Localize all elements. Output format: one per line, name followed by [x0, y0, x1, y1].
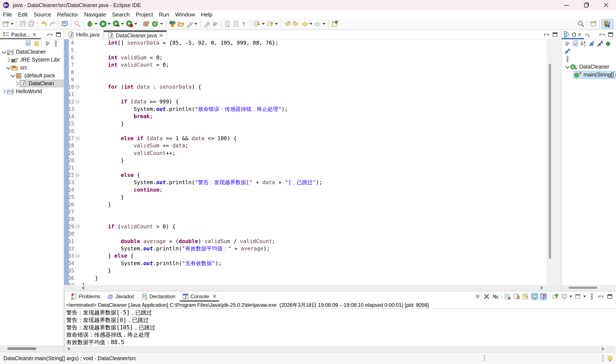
java-perspective-icon[interactable]: J [603, 20, 611, 28]
prev-annotation-icon[interactable] [266, 20, 274, 28]
menu-project[interactable]: Project [133, 11, 156, 18]
forward-icon[interactable] [314, 20, 322, 28]
tree-item-datacleaner[interactable]: J!DataCleaner [0, 48, 64, 56]
tab-declaration[interactable]: {=Declaration [138, 291, 179, 302]
outline-item-datacleaner[interactable]: CDataCleaner [562, 63, 616, 71]
remove-launch-icon[interactable] [483, 293, 490, 300]
dropdown-arrow-icon[interactable] [309, 23, 312, 25]
menu-search[interactable]: Search [109, 11, 133, 18]
search-disabled-icon[interactable] [74, 20, 81, 28]
menu-edit[interactable]: Edit [15, 11, 31, 18]
fold-collapse-icon[interactable] [76, 173, 80, 177]
dropdown-arrow-icon[interactable] [11, 23, 14, 25]
minimize-icon[interactable] [597, 293, 604, 300]
editor-hscrollbar[interactable] [64, 285, 560, 291]
focus-icon[interactable] [564, 40, 571, 47]
view-menu-icon[interactable] [588, 293, 595, 300]
hide-nonpublic-icon[interactable] [604, 40, 612, 47]
search-icon[interactable] [577, 20, 585, 28]
tree-item-helloworld[interactable]: JHelloWorld [0, 87, 64, 95]
fold-collapse-icon[interactable] [76, 100, 80, 104]
pin-console-icon[interactable] [552, 293, 559, 300]
menu-help[interactable]: Help [198, 11, 215, 18]
dropdown-arrow-icon[interactable] [108, 23, 111, 25]
minimize-view-icon[interactable] [600, 34, 604, 36]
back-icon[interactable] [301, 20, 308, 28]
menu-run[interactable]: Run [156, 11, 172, 18]
fold-collapse-icon[interactable] [76, 254, 80, 258]
terminate-icon[interactable] [474, 293, 481, 300]
maximize-view-icon[interactable] [553, 32, 557, 37]
show-stdout-icon[interactable] [531, 293, 538, 300]
mark-icon[interactable] [186, 20, 193, 28]
open-perspective-icon[interactable] [589, 20, 597, 28]
minimize-view-icon[interactable] [544, 34, 549, 36]
dropdown-arrow-icon[interactable] [134, 23, 137, 25]
editor-tab-datacleaner.java[interactable]: JDataCleaner.java [104, 30, 167, 39]
menu-refactor[interactable]: Refactor [54, 11, 81, 18]
close-tab-icon[interactable] [578, 33, 582, 37]
fold-collapse-icon[interactable] [76, 85, 80, 89]
fold-collapse-icon[interactable] [76, 225, 80, 229]
tab-outline[interactable]: O [562, 30, 584, 39]
open-console-icon[interactable] [575, 293, 582, 300]
coverage-icon[interactable] [112, 20, 120, 28]
close-button[interactable] [596, 0, 616, 10]
collapse-all-icon[interactable] [572, 40, 579, 47]
link-editor-icon[interactable] [33, 40, 40, 47]
hide-static-icon[interactable]: S [596, 40, 603, 47]
scroll-lock-icon[interactable] [513, 293, 520, 300]
collapse-all-icon[interactable] [25, 40, 32, 47]
new-wizard-icon[interactable] [2, 20, 10, 28]
debug-icon[interactable] [86, 20, 94, 28]
notification-bulb-icon[interactable] [607, 355, 614, 362]
menu-navigate[interactable]: Navigate [81, 11, 109, 18]
menu-window[interactable]: Window [172, 11, 198, 18]
dropdown-arrow-icon[interactable] [262, 23, 265, 25]
hide-fields-icon[interactable]: F [588, 40, 595, 47]
editor-tab-hello.java[interactable]: JHello.java [64, 30, 104, 39]
minimize-button[interactable] [557, 0, 577, 10]
next-annotation-icon[interactable] [253, 20, 261, 28]
restore-button[interactable] [577, 0, 596, 10]
filter-icon[interactable] [44, 40, 51, 47]
clear-console-icon[interactable] [504, 293, 511, 300]
tab-package-explorer[interactable]: Packa... [0, 30, 39, 39]
dropdown-arrow-icon[interactable] [95, 23, 97, 25]
dropdown-arrow-icon[interactable] [121, 23, 124, 25]
open-console-icon[interactable] [61, 20, 69, 28]
redo-icon[interactable] [49, 20, 56, 28]
maximize-icon[interactable] [606, 293, 614, 300]
close-tab-icon[interactable] [32, 33, 36, 37]
open-type-icon[interactable] [168, 20, 176, 28]
code-editor[interactable]: 4567891011121314151617181920212223242526… [64, 39, 546, 285]
new-java-project-icon[interactable] [143, 20, 151, 28]
tab-javadoc[interactable]: @Javadoc [104, 291, 138, 302]
tree-item-dataclean[interactable]: JDataClean [0, 79, 64, 87]
undo-icon[interactable] [40, 20, 48, 28]
menu-source[interactable]: Source [31, 11, 54, 18]
view-menu-icon[interactable] [564, 55, 571, 63]
maximize-view-icon[interactable] [608, 32, 613, 37]
dropdown-arrow-icon[interactable] [275, 23, 278, 25]
open-resource-icon[interactable] [177, 20, 185, 28]
tab-console[interactable]: JConsole [179, 291, 220, 302]
package-explorer-hscrollbar[interactable] [0, 345, 64, 352]
outline-hscrollbar[interactable] [562, 285, 616, 291]
new-class-icon[interactable]: C [151, 20, 159, 28]
run-icon[interactable] [99, 20, 107, 28]
fold-collapse-icon[interactable] [76, 136, 80, 140]
minimize-view-icon[interactable] [47, 34, 52, 36]
maximize-view-icon[interactable] [56, 32, 61, 37]
tree-item-src[interactable]: src [0, 64, 64, 72]
external-tools-icon[interactable] [126, 20, 134, 28]
hide-local-icon[interactable]: L [564, 47, 571, 55]
show-stderr-icon[interactable] [540, 293, 547, 300]
remove-all-launches-icon[interactable] [492, 293, 499, 300]
status-drag-handle[interactable] [484, 355, 485, 362]
status-drag-handle[interactable] [602, 355, 603, 362]
save-icon[interactable] [19, 20, 27, 28]
dropdown-arrow-icon[interactable] [160, 23, 163, 25]
dropdown-arrow-icon[interactable] [194, 23, 197, 25]
menu-file[interactable]: File [0, 11, 15, 18]
